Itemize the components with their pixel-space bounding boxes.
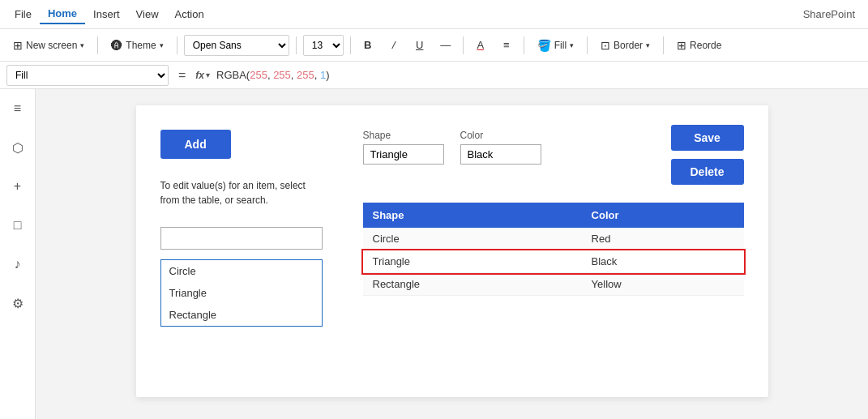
app-card: Add Shape Color Save Delete To edit val [136,105,768,397]
fx-text: fx [195,70,204,81]
color-group: Color [460,130,541,165]
cell-color: Yellow [582,273,744,296]
font-name-select[interactable]: Open Sans [184,35,289,56]
data-table: Shape Color Circle Red Triangle Black [363,203,744,296]
bold-button[interactable]: B [357,35,378,56]
dropdown-item-rectangle[interactable]: Rectangle [161,304,322,326]
font-color-button[interactable]: A [470,35,491,56]
strikethrough-button[interactable]: — [435,35,456,56]
action-buttons: Save Delete [671,125,744,185]
fill-button[interactable]: 🪣 Fill ▾ [531,36,580,55]
separator-1 [97,36,98,54]
border-icon: ⊡ [601,39,610,52]
dropdown-item-triangle[interactable]: Triangle [161,282,322,304]
save-button[interactable]: Save [671,125,744,151]
separator-3 [296,36,297,54]
sidebar-icon-components[interactable]: ⬡ [5,135,31,160]
border-label: Border [614,40,643,51]
sidebar-icon-media[interactable]: ♪ [5,251,31,277]
canvas-area: Add Shape Color Save Delete To edit val [36,89,868,419]
theme-label: Theme [126,40,156,51]
separator-4 [350,36,351,54]
new-screen-icon: ⊞ [13,39,23,52]
hint-text: To edit value(s) for an item, select fro… [160,178,306,207]
border-chevron: ▾ [646,41,650,49]
reorder-label: Reorde [690,40,721,51]
dropdown-list: Circle Triangle Rectangle [160,259,323,327]
reorder-button[interactable]: ⊞ Reorde [670,36,728,55]
separator-5 [463,36,464,54]
cell-color: Red [582,228,744,250]
color-input[interactable] [460,144,541,165]
col-color: Color [582,203,744,228]
separator-6 [524,36,524,54]
menu-action[interactable]: Action [167,5,212,24]
hint-line2: from the table, or search. [160,195,268,206]
cell-shape: Rectangle [363,273,582,296]
italic-button[interactable]: / [383,35,404,56]
theme-chevron: ▾ [160,41,164,49]
fill-icon: 🪣 [537,39,551,52]
table-row[interactable]: Rectangle Yellow [363,273,744,296]
fill-chevron: ▾ [570,41,574,49]
table-row[interactable]: Triangle Black [363,250,744,273]
sidebar-icon-add[interactable]: + [5,173,31,199]
menu-view[interactable]: View [128,5,167,24]
sidebar-icon-menu[interactable]: ≡ [5,96,31,122]
theme-icon: 🅐 [111,39,122,52]
cell-shape: Triangle [363,250,582,273]
new-screen-label: New screen [26,40,77,51]
menu-home[interactable]: Home [40,4,85,24]
cell-shape: Circle [363,228,582,250]
shape-input[interactable] [363,144,444,165]
menu-insert[interactable]: Insert [85,5,128,24]
toolbar: ⊞ New screen ▾ 🅐 Theme ▾ Open Sans 13 B … [0,29,868,62]
table-row[interactable]: Circle Red [363,228,744,250]
sidebar-icon-data[interactable]: □ [5,212,31,238]
shape-group: Shape [363,130,444,165]
sidebar: ≡ ⬡ + □ ♪ ⚙ [0,89,36,419]
delete-button[interactable]: Delete [671,159,744,185]
theme-button[interactable]: 🅐 Theme ▾ [105,36,169,55]
main-layout: ≡ ⬡ + □ ♪ ⚙ Add Shape Color [0,89,868,419]
reorder-icon: ⊞ [677,39,686,52]
form-section: Shape Color [363,130,541,165]
menu-items: File Home Insert View Action [6,4,212,24]
separator-7 [587,36,588,54]
font-color-label: A [477,39,484,51]
separator-2 [177,36,177,54]
border-button[interactable]: ⊡ Border ▾ [594,36,656,55]
separator-8 [663,36,664,54]
rgba-g: 255 [273,69,291,81]
new-screen-chevron: ▾ [80,41,84,49]
new-screen-button[interactable]: ⊞ New screen ▾ [6,36,91,55]
fx-chevron: ▾ [206,71,210,79]
sharepoint-label: SharePoint [803,8,862,20]
color-label: Color [460,130,541,141]
hint-line1: To edit value(s) for an item, select [160,180,306,191]
rgba-r: 255 [250,69,267,81]
cell-color: Black [582,250,744,273]
underline-button[interactable]: U [409,35,430,56]
search-input[interactable] [160,227,323,250]
rgba-a: 1 [320,69,326,81]
formula-bar: Fill = fx ▾ RGBA(255, 255, 255, 1) [0,62,868,89]
font-size-select[interactable]: 13 [303,35,344,56]
dropdown-item-circle[interactable]: Circle [161,260,322,282]
menu-bar: File Home Insert View Action SharePoint [0,0,868,29]
align-button[interactable]: ≡ [496,35,517,56]
rgba-b: 255 [297,69,314,81]
menu-file[interactable]: File [6,5,40,24]
col-shape: Shape [363,203,582,228]
formula-display: RGBA(255, 255, 255, 1) [216,69,330,81]
shape-label: Shape [363,130,444,141]
add-button[interactable]: Add [160,130,231,159]
fx-label[interactable]: fx ▾ [195,70,210,81]
fill-label: Fill [554,40,567,51]
equals-sign: = [175,68,189,83]
data-table-section: Shape Color Circle Red Triangle Black [363,203,744,296]
property-dropdown[interactable]: Fill [6,65,169,86]
sidebar-icon-settings[interactable]: ⚙ [5,290,31,316]
